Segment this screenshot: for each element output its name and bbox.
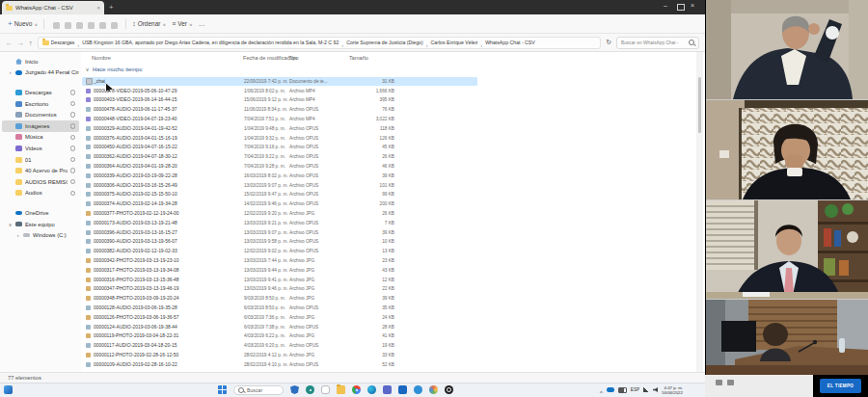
back-icon[interactable]: ←	[6, 40, 13, 46]
file-row[interactable]: 00000306-AUDIO-2019-03-16-15-26-4913/03/…	[82, 180, 477, 190]
file-row[interactable]: 00000396-AUDIO-2019-03-13-16-15-2713/03/…	[82, 227, 477, 237]
sidebar-item-windows-c-[interactable]: ›Windows (C:)	[2, 229, 79, 241]
breadcrumb-segment[interactable]: Descargas	[51, 40, 75, 45]
sidebar-item-imágenes[interactable]: Imágenes	[2, 120, 79, 132]
file-row[interactable]: 00000376-AUDIO-2019-04-01-15-16-191/04/2…	[82, 133, 477, 143]
file-row[interactable]: _chat22/09/2019 7:42 p. m.Documento de t…	[82, 77, 477, 87]
sidebar-item-este-equipo[interactable]: ∨Este equipo	[2, 219, 79, 230]
file-row[interactable]: 00000347-PHOTO-2019-03-13-19-46-1913/03/…	[82, 284, 477, 294]
collapse-icon[interactable]: ∨	[85, 66, 90, 72]
file-row[interactable]: 00000374-AUDIO-2019-02-14-19-34-2814/02/…	[82, 199, 477, 209]
volume-icon[interactable]	[653, 387, 658, 392]
file-row[interactable]: 00000375-AUDIO-2019-02-15-15-50-1015/02/…	[82, 190, 477, 199]
participant-video-3[interactable]	[706, 200, 868, 300]
column-header-tipo[interactable]: Tipo	[288, 55, 299, 61]
photos-icon[interactable]	[429, 385, 438, 394]
forward-icon[interactable]: →	[17, 40, 24, 46]
tab-close-icon[interactable]: ×	[96, 5, 100, 11]
file-row[interactable]: 00000450-AUDIO-2019-04-07-16-15-227/04/2…	[82, 143, 477, 152]
file-row[interactable]: 00000173-AUDIO-2019-03-13-19-21-4813/03/…	[82, 219, 477, 228]
widgets-icon[interactable]	[4, 385, 13, 394]
file-row[interactable]: 00000339-AUDIO-2019-03-19-09-22-2816/03/…	[82, 172, 477, 181]
file-row[interactable]: 00000329-AUDIO-2019-04-01-19-42-521/04/2…	[82, 124, 477, 134]
group-header[interactable]: ∨ Hace mucho tiempo	[85, 66, 143, 72]
breadcrumb-segment[interactable]: USB Kingston 16 GBA, aportado por Diego …	[82, 40, 339, 45]
network-icon[interactable]	[643, 387, 649, 392]
file-row[interactable]: 00000119-PHOTO-2019-03-04-18-22-314/03/2…	[82, 331, 477, 341]
more-options-button[interactable]	[199, 20, 205, 27]
minimize-button[interactable]: –	[664, 2, 667, 9]
close-button[interactable]: ×	[691, 2, 694, 9]
file-row[interactable]: 00000112-PHOTO-2019-02-28-16-12-5028/02/…	[82, 351, 477, 360]
file-row[interactable]: 00000316-PHOTO-2019-03-13-15-36-4813/03/…	[82, 275, 477, 284]
phone-link-icon[interactable]	[383, 385, 392, 394]
breadcrumb-segment[interactable]: Corte Suprema de Justicia (Diego)	[346, 40, 423, 45]
expander-icon[interactable]: ›	[15, 232, 20, 238]
participant-video-1[interactable]	[706, 0, 868, 100]
file-row[interactable]: 00000317-PHOTO-2019-03-13-19-34-0813/03/…	[82, 266, 477, 276]
clock-icon[interactable]	[306, 385, 314, 394]
copy-icon[interactable]	[65, 22, 71, 29]
layout-grid-icon[interactable]	[716, 380, 722, 385]
sort-button[interactable]: Ordenar ∨	[132, 20, 166, 27]
sidebar-item-descargas[interactable]: Descargas	[2, 87, 79, 98]
column-header-nombre[interactable]: Nombre	[92, 55, 111, 61]
sidebar-item-juzgado-44-penal-circuito-g-[interactable]: ›Juzgado 44 Penal Circuito G...	[2, 67, 79, 79]
file-row[interactable]: 00000124-AUDIO-2019-03-06-19-38-446/03/2…	[82, 322, 477, 331]
scrollbar-thumb[interactable]	[698, 77, 701, 133]
sidebar-item-onedrive[interactable]: OneDrive	[2, 207, 79, 219]
share-icon[interactable]	[99, 22, 106, 29]
file-row[interactable]: 00000126-PHOTO-2019-03-06-19-36-576/03/2…	[82, 313, 477, 323]
sidebar-item-audios-remisorios[interactable]: AUDIOS REMISORIOS	[2, 176, 79, 188]
file-row[interactable]: 00000348-PHOTO-2019-03-09-19-20-249/03/2…	[82, 294, 477, 304]
layout-toggle-icon[interactable]	[727, 380, 734, 385]
explorer-tab[interactable]: WhatsApp Chat - CSV ×	[2, 1, 104, 14]
sidebar-item-01[interactable]: 01	[2, 154, 79, 166]
breadcrumb[interactable]: DescargasUSB Kingston 16 GBA, aportado p…	[38, 37, 602, 49]
speaker-icon[interactable]	[414, 385, 422, 394]
file-row[interactable]: 00000109-AUDIO-2019-02-28-16-10-2228/02/…	[82, 360, 477, 370]
expander-icon[interactable]: ›	[8, 69, 13, 75]
rename-icon[interactable]	[88, 22, 95, 29]
column-header-tama-o[interactable]: Tamaño	[349, 55, 368, 61]
clock[interactable]: 4:47 p. m. 16/06/2022	[662, 385, 683, 395]
onedrive-icon[interactable]	[607, 387, 614, 392]
refresh-icon[interactable]: ↻	[606, 39, 611, 46]
file-row[interactable]: 00000390-AUDIO-2019-03-13-19-56-0713/03/…	[82, 237, 477, 247]
new-button[interactable]: + Nuevo ∨	[8, 19, 38, 28]
file-row[interactable]: 00000448-VIDEO-2019-04-07-19-23-407/04/2…	[82, 115, 477, 124]
file-row[interactable]: 00000178-VIDEO-2019-05-06-10-47-291/06/2…	[82, 86, 477, 95]
start-button[interactable]	[218, 385, 227, 394]
view-button[interactable]: Ver ∨	[172, 20, 193, 27]
tray-chevron-icon[interactable]	[600, 382, 603, 397]
sidebar-item-40-acervo-de-pruebas[interactable]: 40 Acervo de Pruebas	[2, 165, 79, 176]
paste-icon[interactable]	[76, 22, 83, 29]
file-row[interactable]: 00000377-PHOTO-2019-02-12-19-24-0012/02/…	[82, 209, 477, 219]
file-row[interactable]: 00000342-PHOTO-2019-03-13-19-23-1013/03/…	[82, 256, 477, 266]
sidebar-item-música[interactable]: Música	[2, 132, 79, 144]
search-input[interactable]: Buscar en WhatsApp Chat -	[616, 37, 699, 49]
edge-icon[interactable]	[367, 385, 376, 394]
maximize-button[interactable]	[677, 4, 685, 11]
file-row[interactable]: 00000117-AUDIO-2019-03-04-18-20-154/03/2…	[82, 341, 477, 351]
participant-video-2[interactable]	[706, 100, 868, 200]
file-row[interactable]: 00000478-AUDIO-2019-06-11-17-45-3711/06/…	[82, 105, 477, 115]
expander-icon[interactable]: ∨	[8, 222, 13, 227]
language-indicator[interactable]: ESP	[631, 387, 639, 392]
defender-icon[interactable]	[290, 385, 299, 394]
breadcrumb-segment[interactable]: Carlos Enrique Vélez	[431, 40, 478, 45]
sidebar-item-audios[interactable]: Audios	[2, 188, 79, 199]
sidebar-item-escritorio[interactable]: Escritorio	[2, 98, 79, 110]
participant-video-4[interactable]	[706, 300, 868, 375]
cut-icon[interactable]	[53, 22, 60, 29]
file-row[interactable]: 00000403-VIDEO-2019-06-14-16-44-1515/06/…	[82, 95, 477, 105]
sidebar-item-inicio[interactable]: Inicio	[2, 56, 79, 67]
outlook-icon[interactable]	[398, 385, 407, 394]
battery-icon[interactable]	[618, 387, 627, 393]
explorer-icon[interactable]	[337, 385, 345, 394]
new-tab-button[interactable]: +	[109, 3, 114, 13]
file-row[interactable]: 00000382-AUDIO-2019-02-12-19-02-3312/02/…	[82, 247, 477, 256]
chat-icon[interactable]	[321, 385, 330, 394]
taskbar-search[interactable]: Buscar	[233, 385, 284, 395]
breadcrumb-segment[interactable]: WhatsApp Chat - CSV	[485, 40, 535, 45]
